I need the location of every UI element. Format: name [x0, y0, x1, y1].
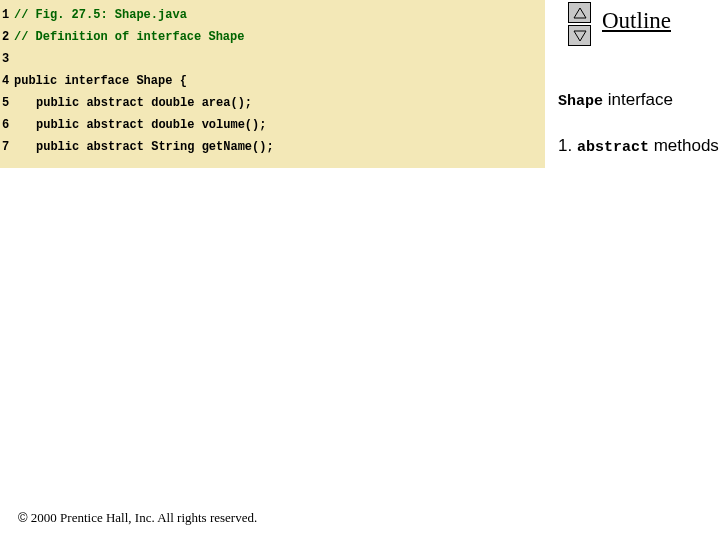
code-line: 4 public interface Shape { — [0, 70, 545, 92]
line-number: 3 — [0, 48, 14, 70]
outline-title: Outline — [602, 8, 671, 34]
line-number: 1 — [0, 4, 14, 26]
line-number: 4 — [0, 70, 14, 92]
line-number: 6 — [0, 114, 14, 136]
note-text: methods — [649, 136, 719, 155]
code-line: 3 — [0, 48, 545, 70]
code-text: public abstract String getName(); — [14, 136, 274, 158]
code-text: public abstract double volume(); — [14, 114, 266, 136]
code-text: // Fig. 27.5: Shape.java — [14, 4, 187, 26]
code-line: 6 public abstract double volume(); — [0, 114, 545, 136]
nav-buttons — [568, 2, 591, 48]
copyright-symbol: © — [18, 510, 28, 525]
note-text: interface — [603, 90, 673, 109]
nav-down-button[interactable] — [568, 25, 591, 46]
code-line: 1 // Fig. 27.5: Shape.java — [0, 4, 545, 26]
note-mono: Shape — [558, 93, 603, 110]
code-text: // Definition of interface Shape — [14, 26, 244, 48]
note-abstract-methods: 1. abstract methods — [558, 136, 719, 156]
footer-text: 2000 Prentice Hall, Inc. All rights rese… — [28, 510, 258, 525]
code-text: public abstract double area(); — [14, 92, 252, 114]
svg-marker-1 — [574, 31, 586, 41]
code-text: public interface Shape { — [14, 70, 187, 92]
code-block: 1 // Fig. 27.5: Shape.java 2 // Definiti… — [0, 0, 545, 168]
note-prefix: 1. — [558, 136, 577, 155]
line-number: 7 — [0, 136, 14, 158]
note-shape-interface: Shape interface — [558, 90, 673, 110]
code-line: 5 public abstract double area(); — [0, 92, 545, 114]
code-line: 2 // Definition of interface Shape — [0, 26, 545, 48]
footer-copyright: © 2000 Prentice Hall, Inc. All rights re… — [18, 510, 257, 526]
triangle-up-icon — [573, 7, 587, 19]
note-mono: abstract — [577, 139, 649, 156]
svg-marker-0 — [574, 8, 586, 18]
triangle-down-icon — [573, 30, 587, 42]
slide: 1 // Fig. 27.5: Shape.java 2 // Definiti… — [0, 0, 720, 540]
line-number: 2 — [0, 26, 14, 48]
code-line: 7 public abstract String getName(); — [0, 136, 545, 158]
line-number: 5 — [0, 92, 14, 114]
nav-up-button[interactable] — [568, 2, 591, 23]
